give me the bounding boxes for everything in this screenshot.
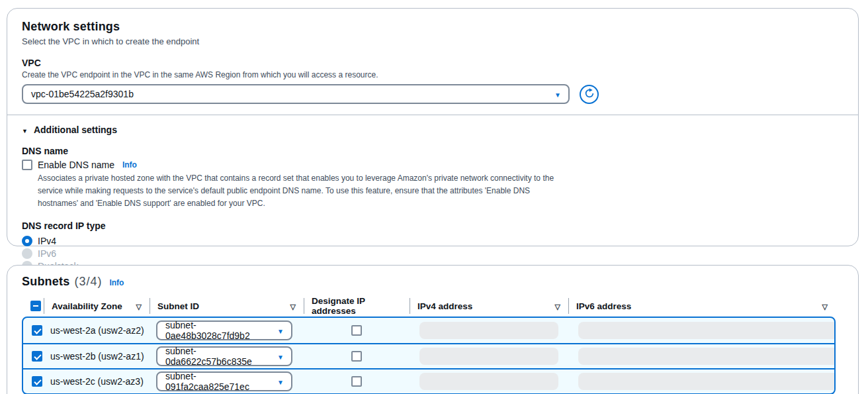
- column-header-designate-ip: Designate IP addresses: [304, 296, 410, 316]
- refresh-button[interactable]: [580, 85, 599, 104]
- column-label: IPv4 address: [417, 301, 472, 311]
- radio-option-ipv4[interactable]: IPv4: [22, 235, 844, 248]
- additional-settings-toggle[interactable]: Additional settings: [22, 124, 844, 136]
- dns-name-label: DNS name: [22, 146, 844, 156]
- dns-name-info-link[interactable]: Info: [122, 160, 137, 170]
- subnets-selected-rows-group: us-west-2a (usw2-az2) subnet-0ae48b3028c…: [22, 317, 836, 394]
- subnets-counter: (3/4): [74, 275, 102, 289]
- chevron-down-icon: [277, 351, 284, 362]
- subnet-id-select[interactable]: subnet-0da6622c57b6c835e: [156, 346, 292, 366]
- designate-ip-checkbox[interactable]: [351, 351, 362, 362]
- enable-dns-name-checkbox-label[interactable]: Enable DNS name: [38, 160, 114, 170]
- radio-option-label: IPv4: [38, 236, 56, 246]
- column-header-availability-zone[interactable]: Availability Zone: [44, 296, 150, 316]
- chevron-down-icon: [277, 376, 284, 387]
- refresh-icon: [584, 88, 595, 101]
- subnets-table-header: Availability Zone Subnet ID Designate IP…: [22, 296, 836, 312]
- subnet-id-select-value: subnet-0da6622c57b6c835e: [165, 346, 277, 367]
- additional-settings-title: Additional settings: [34, 124, 117, 135]
- sort-filter-icon[interactable]: [136, 301, 142, 311]
- enable-dns-name-checkbox[interactable]: [22, 160, 32, 170]
- chevron-down-icon: [554, 89, 561, 99]
- table-row[interactable]: us-west-2c (usw2-az3) subnet-091fa2caa82…: [23, 368, 834, 393]
- availability-zone-value: us-west-2b (usw2-az1): [44, 351, 150, 362]
- ipv6-address-field-disabled: [578, 348, 836, 365]
- radio-option-ipv6: IPv6: [22, 248, 844, 260]
- radio-disabled-icon: [22, 248, 32, 259]
- subnet-id-select-value: subnet-091fa2caa825e71ec: [165, 371, 277, 392]
- ipv6-address-field-disabled: [578, 322, 836, 339]
- row-select-checkbox[interactable]: [32, 351, 42, 362]
- column-header-ipv6-address[interactable]: IPv6 address: [568, 296, 836, 316]
- designate-ip-checkbox[interactable]: [351, 325, 362, 336]
- availability-zone-value: us-west-2a (usw2-az2): [44, 325, 150, 336]
- sort-filter-icon[interactable]: [822, 301, 828, 311]
- radio-option-label: IPv6: [38, 248, 56, 259]
- column-label: Availability Zone: [52, 301, 122, 311]
- ipv4-address-field-disabled: [419, 348, 558, 365]
- table-row[interactable]: us-west-2b (usw2-az1) subnet-0da6622c57b…: [23, 343, 834, 368]
- ipv6-address-field-disabled: [578, 373, 836, 390]
- column-header-subnet-id[interactable]: Subnet ID: [150, 296, 304, 316]
- network-settings-card: Network settings Select the VPC in which…: [7, 8, 859, 246]
- sort-filter-icon[interactable]: [555, 301, 560, 311]
- designate-ip-checkbox[interactable]: [351, 376, 362, 387]
- availability-zone-value: us-west-2c (usw2-az3): [44, 376, 150, 387]
- subnet-id-select[interactable]: subnet-091fa2caa825e71ec: [156, 371, 292, 391]
- expand-caret-icon: [22, 124, 28, 136]
- vpc-select-value: vpc-01be54225a2f9301b: [31, 89, 134, 99]
- column-label: IPv6 address: [576, 301, 631, 311]
- network-settings-title: Network settings: [22, 20, 844, 34]
- dns-name-description: Associates a private hosted zone with th…: [38, 172, 572, 211]
- column-label: Designate IP addresses: [312, 296, 402, 316]
- table-row[interactable]: us-west-2a (usw2-az2) subnet-0ae48b3028c…: [23, 318, 834, 343]
- chevron-down-icon: [277, 325, 284, 336]
- vpc-label: VPC: [22, 58, 844, 68]
- radio-selected-icon[interactable]: [22, 236, 32, 246]
- row-select-checkbox[interactable]: [32, 376, 42, 387]
- vpc-description: Create the VPC endpoint in the VPC in th…: [22, 70, 844, 79]
- subnets-title: Subnets: [22, 275, 69, 289]
- ipv4-address-field-disabled: [419, 322, 558, 339]
- subnet-id-select-value: subnet-0ae48b3028c7fd9b2: [165, 320, 277, 341]
- column-label: Subnet ID: [157, 301, 199, 311]
- subnets-info-link[interactable]: Info: [109, 278, 124, 287]
- subnets-card: Subnets (3/4) Info Availability Zone Sub…: [7, 265, 859, 394]
- ipv4-address-field-disabled: [419, 373, 558, 390]
- column-header-ipv4-address[interactable]: IPv4 address: [410, 296, 568, 316]
- subnet-id-select[interactable]: subnet-0ae48b3028c7fd9b2: [156, 320, 292, 340]
- row-select-checkbox[interactable]: [32, 325, 42, 336]
- section-divider: [7, 115, 858, 115]
- network-settings-subtitle: Select the VPC in which to create the en…: [22, 36, 844, 46]
- vpc-select[interactable]: vpc-01be54225a2f9301b: [22, 84, 570, 104]
- dns-record-ip-type-label: DNS record IP type: [22, 221, 844, 231]
- select-all-checkbox[interactable]: [30, 301, 41, 311]
- sort-filter-icon[interactable]: [290, 301, 296, 311]
